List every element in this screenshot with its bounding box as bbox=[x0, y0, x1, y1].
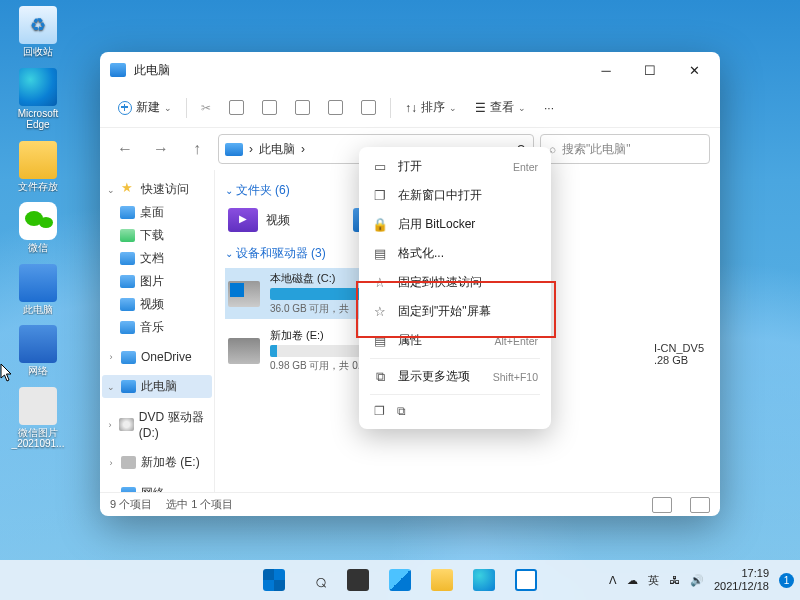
close-button[interactable]: ✕ bbox=[672, 54, 716, 86]
menu-pin-quick[interactable]: ☆固定到快速访问 bbox=[364, 268, 546, 297]
details-view-button[interactable] bbox=[652, 497, 672, 513]
star-icon bbox=[121, 183, 136, 196]
lock-icon: 🔒 bbox=[372, 217, 388, 233]
menu-show-more[interactable]: ⧉显示更多选项Shift+F10 bbox=[364, 362, 546, 391]
maximize-button[interactable]: ☐ bbox=[628, 54, 672, 86]
trash-icon bbox=[361, 100, 376, 115]
star-icon: ☆ bbox=[372, 275, 388, 291]
window-title: 此电脑 bbox=[134, 62, 584, 79]
paste-icon[interactable]: ⧉ bbox=[397, 404, 406, 418]
more-button[interactable]: ··· bbox=[536, 96, 562, 120]
menu-format[interactable]: ▤格式化... bbox=[364, 239, 546, 268]
edge-icon bbox=[473, 569, 495, 591]
search-icon bbox=[305, 569, 327, 591]
desktop-icon-recycle[interactable]: 回收站 bbox=[6, 6, 70, 58]
scissors-icon: ✂ bbox=[201, 101, 211, 115]
window-icon: ❐ bbox=[372, 188, 388, 204]
desktop-icon-edge[interactable]: Microsoft Edge bbox=[6, 68, 70, 131]
share-button[interactable] bbox=[320, 95, 351, 120]
store-button[interactable] bbox=[508, 562, 544, 598]
sidebar-quick-access[interactable]: ⌄快速访问 bbox=[102, 178, 212, 201]
cut-button[interactable]: ✂ bbox=[193, 96, 219, 120]
sidebar-downloads[interactable]: 下载 bbox=[102, 224, 212, 247]
folder-icon bbox=[431, 569, 453, 591]
sidebar-volume-e[interactable]: ›新加卷 (E:) bbox=[102, 451, 212, 474]
rename-button[interactable] bbox=[287, 95, 318, 120]
copy-icon[interactable]: ❐ bbox=[374, 404, 385, 418]
properties-icon: ▤ bbox=[372, 333, 388, 349]
sort-button[interactable]: ↑↓排序⌄ bbox=[397, 94, 465, 121]
format-icon: ▤ bbox=[372, 246, 388, 262]
delete-button[interactable] bbox=[353, 95, 384, 120]
view-button[interactable]: ☰查看⌄ bbox=[467, 94, 534, 121]
system-tray: ᐱ ☁ 英 🖧 🔊 17:19 2021/12/18 1 bbox=[609, 567, 794, 593]
minimize-button[interactable]: ─ bbox=[584, 54, 628, 86]
breadcrumb[interactable]: 此电脑 bbox=[259, 141, 295, 158]
start-button[interactable] bbox=[256, 562, 292, 598]
sidebar-pictures[interactable]: 图片 bbox=[102, 270, 212, 293]
desktop-icon-network[interactable]: 网络 bbox=[6, 325, 70, 377]
sidebar-desktop[interactable]: 桌面 bbox=[102, 201, 212, 224]
notification-badge[interactable]: 1 bbox=[779, 573, 794, 588]
tray-chevron[interactable]: ᐱ bbox=[609, 574, 617, 587]
network-tray-icon[interactable]: 🖧 bbox=[669, 574, 680, 586]
desktop-icon-folder[interactable]: 文件存放 bbox=[6, 141, 70, 193]
onedrive-tray-icon[interactable]: ☁ bbox=[627, 574, 638, 587]
menu-properties[interactable]: ▤属性Alt+Enter bbox=[364, 326, 546, 355]
menu-pin-start[interactable]: ☆固定到"开始"屏幕 bbox=[364, 297, 546, 326]
music-icon bbox=[120, 321, 135, 334]
windows-drive-icon bbox=[228, 281, 260, 307]
item-count: 9 个项目 bbox=[110, 497, 152, 512]
explorer-button[interactable] bbox=[424, 562, 460, 598]
paste-button[interactable] bbox=[254, 95, 285, 120]
share-icon bbox=[328, 100, 343, 115]
edge-button[interactable] bbox=[466, 562, 502, 598]
pin-icon: ☆ bbox=[372, 304, 388, 320]
video-folder-icon bbox=[228, 208, 258, 232]
cloud-icon bbox=[121, 351, 136, 364]
up-button[interactable]: ↑ bbox=[182, 134, 212, 164]
download-icon bbox=[120, 229, 135, 242]
hdd-icon bbox=[228, 338, 260, 364]
sidebar-thispc[interactable]: ⌄此电脑 bbox=[102, 375, 212, 398]
thispc-icon bbox=[110, 63, 126, 77]
taskview-button[interactable] bbox=[340, 562, 376, 598]
menu-open-new-window[interactable]: ❐在新窗口中打开 bbox=[364, 181, 546, 210]
sidebar-videos[interactable]: 视频 bbox=[102, 293, 212, 316]
taskbar: ᐱ ☁ 英 🖧 🔊 17:19 2021/12/18 1 bbox=[0, 560, 800, 600]
clock[interactable]: 17:19 2021/12/18 bbox=[714, 567, 769, 593]
forward-button[interactable]: → bbox=[146, 134, 176, 164]
desktop-icons: 回收站 Microsoft Edge 文件存放 微信 此电脑 网络 微信图片_2… bbox=[6, 6, 70, 450]
rename-icon bbox=[295, 100, 310, 115]
menu-open[interactable]: ▭打开Enter bbox=[364, 152, 546, 181]
search-button[interactable] bbox=[298, 562, 334, 598]
sidebar-music[interactable]: 音乐 bbox=[102, 316, 212, 339]
taskview-icon bbox=[347, 569, 369, 591]
titlebar: 此电脑 ─ ☐ ✕ bbox=[100, 52, 720, 88]
new-button[interactable]: 新建⌄ bbox=[110, 94, 180, 121]
volume-tray-icon[interactable]: 🔊 bbox=[690, 574, 704, 587]
menu-bitlocker[interactable]: 🔒启用 BitLocker bbox=[364, 210, 546, 239]
copy-button[interactable] bbox=[221, 95, 252, 120]
desktop-icon bbox=[120, 206, 135, 219]
sidebar-network[interactable]: ›网络 bbox=[102, 482, 212, 492]
desktop-icon-wechat[interactable]: 微信 bbox=[6, 202, 70, 254]
partial-drive-text: I-CN_DV5 .28 GB bbox=[654, 342, 704, 366]
picture-icon bbox=[120, 275, 135, 288]
sidebar-onedrive[interactable]: ›OneDrive bbox=[102, 347, 212, 367]
back-button[interactable]: ← bbox=[110, 134, 140, 164]
plus-icon bbox=[118, 101, 132, 115]
icons-view-button[interactable] bbox=[690, 497, 710, 513]
sidebar-dvd[interactable]: ›DVD 驱动器 (D:) bbox=[102, 406, 212, 443]
open-icon: ▭ bbox=[372, 159, 388, 175]
ime-indicator[interactable]: 英 bbox=[648, 573, 659, 588]
widgets-icon bbox=[389, 569, 411, 591]
more-icon: ⧉ bbox=[372, 369, 388, 385]
search-input[interactable]: ⌕ 搜索"此电脑" bbox=[540, 134, 710, 164]
desktop-icon-image[interactable]: 微信图片_2021091... bbox=[6, 387, 70, 450]
sidebar-documents[interactable]: 文档 bbox=[102, 247, 212, 270]
widgets-button[interactable] bbox=[382, 562, 418, 598]
folder-videos[interactable]: 视频 bbox=[225, 205, 330, 235]
view-icon: ☰ bbox=[475, 101, 486, 115]
desktop-icon-thispc[interactable]: 此电脑 bbox=[6, 264, 70, 316]
